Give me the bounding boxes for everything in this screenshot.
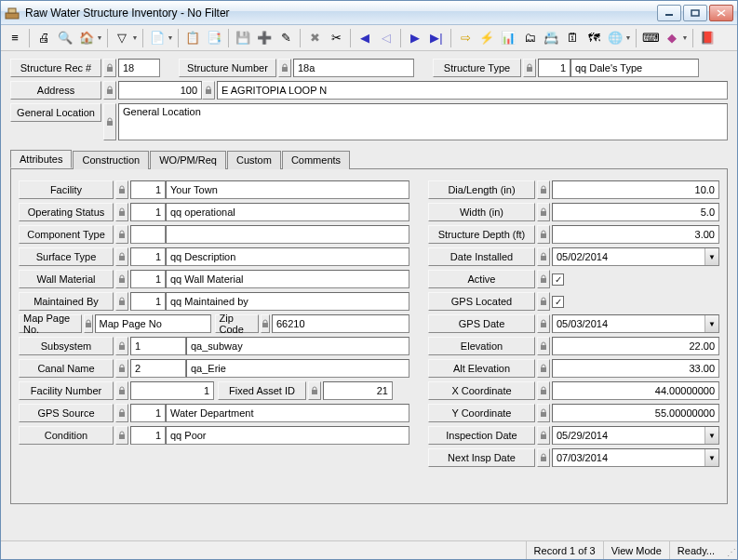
y-coordinate-field[interactable] <box>552 404 719 422</box>
svg-rect-14 <box>119 233 125 238</box>
svg-rect-10 <box>206 89 211 94</box>
link3-icon[interactable]: 📇 <box>541 28 561 48</box>
op-status-code-field[interactable] <box>130 203 166 221</box>
first-icon[interactable]: ◀ <box>355 28 375 48</box>
general-location-label: General Location <box>10 103 101 122</box>
report-dropdown-icon[interactable]: ▼ <box>167 28 174 48</box>
next-icon[interactable]: ▶ <box>405 28 425 48</box>
help-icon[interactable]: ◆ <box>662 28 682 48</box>
alt-elevation-field[interactable] <box>552 359 719 378</box>
active-checkbox[interactable]: ✓ <box>552 273 564 286</box>
comp-type-name-field[interactable] <box>166 225 409 244</box>
gps-date-field[interactable]: 05/03/2014 ▼ <box>552 314 719 333</box>
report-icon[interactable]: 📄 <box>147 28 168 48</box>
elevation-field[interactable] <box>552 337 719 355</box>
tab-custom[interactable]: Custom <box>227 151 281 169</box>
keyboard-icon[interactable]: ⌨ <box>640 28 661 48</box>
gps-src-code-field[interactable] <box>130 404 166 422</box>
status-ready: Ready... <box>669 541 722 559</box>
active-label: Active <box>428 270 535 288</box>
address-street-field[interactable] <box>217 81 728 100</box>
subsystem-name-field[interactable] <box>186 337 409 355</box>
fixed-asset-field[interactable] <box>323 381 393 400</box>
lock-icon <box>115 404 128 422</box>
save-icon[interactable]: 💾 <box>233 28 253 48</box>
tab-construction[interactable]: Construction <box>73 151 149 169</box>
surface-type-code-field[interactable] <box>130 247 166 266</box>
filter-icon[interactable]: ▽ <box>112 28 132 48</box>
chevron-down-icon[interactable]: ▼ <box>704 449 718 466</box>
map-icon[interactable]: 🗺 <box>584 28 604 48</box>
chevron-down-icon[interactable]: ▼ <box>704 315 718 332</box>
tab-wopmreq[interactable]: WO/PM/Req <box>150 151 226 169</box>
gps-src-name-field[interactable] <box>166 404 409 422</box>
gps-located-checkbox[interactable]: ✓ <box>552 296 564 308</box>
subsystem-code-field[interactable] <box>130 337 186 355</box>
preview-icon[interactable]: 🔍 <box>55 28 75 48</box>
canal-name-field[interactable] <box>186 359 409 378</box>
structure-number-field[interactable] <box>293 59 414 77</box>
x-coordinate-field[interactable] <box>552 381 719 400</box>
facility-num-field[interactable] <box>130 381 214 400</box>
maximize-button[interactable] <box>683 5 707 21</box>
comp-type-code-field[interactable] <box>130 225 166 244</box>
map-page-label: Map Page No. <box>19 314 82 333</box>
general-location-field[interactable] <box>118 103 728 140</box>
copy-page-icon[interactable]: 📋 <box>182 28 203 48</box>
tab-attributes[interactable]: Attributes <box>10 150 72 168</box>
cut-icon[interactable]: ✂ <box>326 28 346 48</box>
exit-icon[interactable]: 📕 <box>697 28 718 48</box>
link1-icon[interactable]: 📊 <box>498 28 518 48</box>
home-dropdown-icon[interactable]: ▼ <box>96 28 103 48</box>
surface-type-name-field[interactable] <box>166 247 409 266</box>
goto-icon[interactable]: ⇨ <box>455 28 476 48</box>
date-installed-field[interactable]: 05/02/2014 ▼ <box>552 247 719 266</box>
form-icon[interactable]: 📑 <box>204 28 224 48</box>
zip-field[interactable] <box>272 314 409 333</box>
dia-length-field[interactable] <box>552 180 719 199</box>
lock-icon <box>537 381 550 400</box>
globe-icon[interactable]: 🌐 <box>605 28 625 48</box>
edit-icon[interactable]: ✎ <box>275 28 296 48</box>
structure-type-name-field[interactable] <box>570 59 699 77</box>
home-icon[interactable]: 🏠 <box>76 28 97 48</box>
close-button[interactable] <box>709 5 733 21</box>
chevron-down-icon[interactable]: ▼ <box>704 427 718 444</box>
facility-name-field[interactable] <box>166 180 409 199</box>
condition-name-field[interactable] <box>166 426 409 445</box>
maint-by-code-field[interactable] <box>130 292 166 311</box>
facility-code-field[interactable] <box>130 180 166 199</box>
structure-rec-field[interactable] <box>118 59 160 77</box>
help-dropdown-icon[interactable]: ▼ <box>681 28 689 48</box>
globe-dropdown-icon[interactable]: ▼ <box>624 28 632 48</box>
map-page-field[interactable] <box>95 314 211 333</box>
depth-field[interactable] <box>552 225 719 244</box>
add-icon[interactable]: ➕ <box>254 28 275 48</box>
wall-mat-name-field[interactable] <box>166 270 409 288</box>
tab-comments[interactable]: Comments <box>282 151 350 169</box>
link2-icon[interactable]: 🗂 <box>519 28 540 48</box>
chevron-down-icon[interactable]: ▼ <box>704 248 718 265</box>
resize-grip[interactable]: ⋰ <box>722 542 737 559</box>
delete-icon[interactable]: ✖ <box>304 28 325 48</box>
next-insp-date-field[interactable]: 07/03/2014 ▼ <box>552 448 719 467</box>
tools-icon[interactable]: ⚡ <box>476 28 497 48</box>
minimize-button[interactable] <box>657 5 681 21</box>
filter-dropdown-icon[interactable]: ▼ <box>131 28 139 48</box>
op-status-name-field[interactable] <box>166 203 409 221</box>
prev-icon[interactable]: ◁ <box>376 28 396 48</box>
link4-icon[interactable]: 🗓 <box>562 28 583 48</box>
menu-icon[interactable]: ≡ <box>5 28 25 48</box>
address-num-field[interactable] <box>118 81 202 100</box>
facility-number-label: Facility Number <box>19 381 114 400</box>
toolbar: ≡ 🖨 🔍 🏠 ▼ ▽ ▼ 📄 ▼ 📋 📑 💾 ➕ ✎ ✖ ✂ ◀ ◁ ▶ ▶|… <box>1 25 737 51</box>
inspection-date-field[interactable]: 05/29/2014 ▼ <box>552 426 719 445</box>
condition-code-field[interactable] <box>130 426 166 445</box>
print-icon[interactable]: 🖨 <box>34 28 54 48</box>
width-field[interactable] <box>552 203 719 221</box>
canal-code-field[interactable] <box>130 359 186 378</box>
maint-by-name-field[interactable] <box>166 292 409 311</box>
last-icon[interactable]: ▶| <box>426 28 447 48</box>
structure-type-code-field[interactable] <box>538 59 570 77</box>
wall-mat-code-field[interactable] <box>130 270 166 288</box>
